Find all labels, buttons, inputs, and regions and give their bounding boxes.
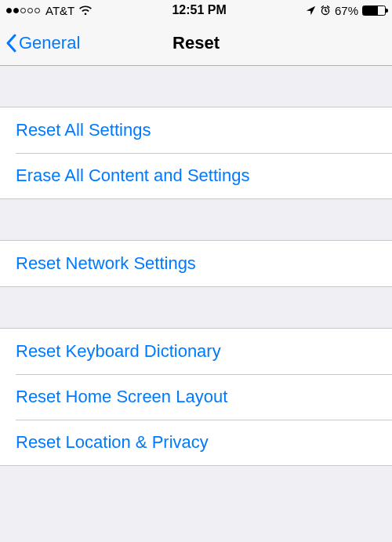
status-right: 67% (306, 4, 386, 17)
reset-location-privacy-row[interactable]: Reset Location & Privacy (0, 420, 392, 465)
carrier-label: AT&T (45, 4, 74, 17)
group-spacer (0, 287, 392, 328)
reset-network-settings-row[interactable]: Reset Network Settings (0, 241, 392, 286)
status-left: AT&T (6, 4, 93, 17)
row-label: Reset Location & Privacy (16, 420, 209, 465)
back-label: General (19, 33, 80, 53)
row-label: Erase All Content and Settings (16, 153, 249, 198)
back-button[interactable]: General (5, 20, 80, 65)
row-label: Reset All Settings (16, 107, 151, 153)
reset-home-screen-layout-row[interactable]: Reset Home Screen Layout (0, 374, 392, 420)
settings-group: Reset Network Settings (0, 240, 392, 287)
navigation-bar: General Reset (0, 20, 392, 66)
battery-icon (362, 5, 386, 16)
settings-group: Reset Keyboard Dictionary Reset Home Scr… (0, 328, 392, 466)
wifi-icon (78, 5, 93, 16)
reset-keyboard-dictionary-row[interactable]: Reset Keyboard Dictionary (0, 329, 392, 374)
group-spacer (0, 199, 392, 240)
battery-percentage: 67% (335, 4, 358, 17)
chevron-left-icon (5, 34, 17, 53)
erase-all-content-row[interactable]: Erase All Content and Settings (0, 153, 392, 198)
reset-all-settings-row[interactable]: Reset All Settings (0, 107, 392, 153)
row-label: Reset Keyboard Dictionary (16, 329, 221, 374)
alarm-icon (320, 5, 331, 16)
group-spacer (0, 66, 392, 107)
row-label: Reset Home Screen Layout (16, 374, 227, 420)
status-bar: AT&T 12:51 PM 67% (0, 0, 392, 20)
settings-group: Reset All Settings Erase All Content and… (0, 107, 392, 199)
page-title: Reset (172, 33, 220, 53)
location-icon (306, 5, 316, 16)
signal-strength-icon (6, 8, 40, 13)
clock-time: 12:51 PM (172, 3, 226, 17)
row-label: Reset Network Settings (16, 241, 196, 286)
